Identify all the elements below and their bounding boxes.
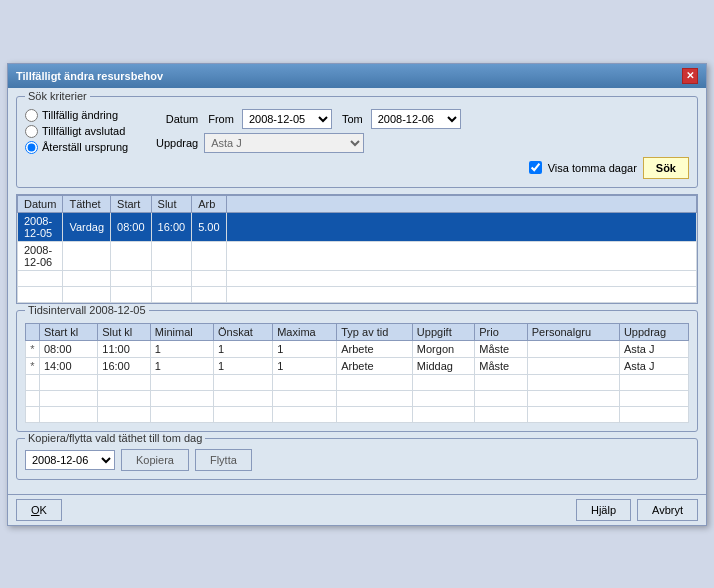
slut-cell: 11:00 bbox=[98, 340, 151, 357]
uppdrag-select[interactable]: Asta J bbox=[204, 133, 364, 153]
criteria-right: Datum From 2008-12-05 Tom 2008-12-06 Upp… bbox=[148, 109, 689, 179]
tom-date-select[interactable]: 2008-12-06 bbox=[371, 109, 461, 129]
minimal-cell: 1 bbox=[150, 340, 213, 357]
col-minimal: Minimal bbox=[150, 323, 213, 340]
cell-tathet: Vardag bbox=[63, 212, 111, 241]
radio-andring-label: Tillfällig ändring bbox=[42, 109, 118, 121]
search-criteria-label: Sök kriterier bbox=[25, 90, 90, 102]
slut-cell: 16:00 bbox=[98, 357, 151, 374]
sok-button[interactable]: Sök bbox=[643, 157, 689, 179]
col-arb: Arb bbox=[192, 195, 226, 212]
radio-andring[interactable] bbox=[25, 109, 38, 122]
main-table-section: Datum Täthet Start Slut Arb 2008-12-05 V… bbox=[16, 194, 698, 304]
prio-cell: Måste bbox=[475, 340, 528, 357]
tidsintervall-group: Tidsintervall 2008-12-05 Start kl Slut k… bbox=[16, 310, 698, 432]
star-cell: * bbox=[26, 357, 40, 374]
kopiera-date-select[interactable]: 2008-12-06 bbox=[25, 450, 115, 470]
from-date-select[interactable]: 2008-12-05 bbox=[242, 109, 332, 129]
start-cell: 08:00 bbox=[40, 340, 98, 357]
tids-row[interactable]: * 08:00 11:00 1 1 1 Arbete Morgon Måste … bbox=[26, 340, 689, 357]
col-uppgift: Uppgift bbox=[412, 323, 474, 340]
cell-arb bbox=[192, 241, 226, 270]
col-star bbox=[26, 323, 40, 340]
table-row[interactable]: 2008-12-05 Vardag 08:00 16:00 5.00 bbox=[18, 212, 697, 241]
visa-tomma-checkbox[interactable] bbox=[529, 161, 542, 174]
kopiera-button[interactable]: Kopiera bbox=[121, 449, 189, 471]
col-start-kl: Start kl bbox=[40, 323, 98, 340]
col-tathet: Täthet bbox=[63, 195, 111, 212]
start-cell: 14:00 bbox=[40, 357, 98, 374]
col-maxima: Maxima bbox=[273, 323, 337, 340]
kopiera-label: Kopiera/flytta vald täthet till tom dag bbox=[25, 432, 205, 444]
cell-start bbox=[111, 241, 152, 270]
main-table: Datum Täthet Start Slut Arb 2008-12-05 V… bbox=[17, 195, 697, 303]
uppdrag-row: Uppdrag Asta J bbox=[148, 133, 689, 153]
tom-label: Tom bbox=[342, 113, 363, 125]
from-label: From bbox=[208, 113, 234, 125]
avbryt-button[interactable]: Avbryt bbox=[637, 499, 698, 521]
bottom-bar: OK Hjälp Avbryt bbox=[8, 494, 706, 525]
cell-start: 08:00 bbox=[111, 212, 152, 241]
cell-slut bbox=[151, 241, 192, 270]
ok-button[interactable]: OK bbox=[16, 499, 62, 521]
prio-cell: Måste bbox=[475, 357, 528, 374]
close-button[interactable]: ✕ bbox=[682, 68, 698, 84]
uppdrag-label: Uppdrag bbox=[148, 137, 198, 149]
dialog-title: Tillfälligt ändra resursbehov bbox=[16, 70, 163, 82]
col-slut-kl: Slut kl bbox=[98, 323, 151, 340]
star-cell: * bbox=[26, 340, 40, 357]
col-uppdrag: Uppdrag bbox=[619, 323, 688, 340]
tids-row[interactable]: * 14:00 16:00 1 1 1 Arbete Middag Måste … bbox=[26, 357, 689, 374]
table-row[interactable]: 2008-12-06 bbox=[18, 241, 697, 270]
col-datum: Datum bbox=[18, 195, 63, 212]
col-prio: Prio bbox=[475, 323, 528, 340]
main-dialog: Tillfälligt ändra resursbehov ✕ Sök krit… bbox=[7, 63, 707, 526]
col-onskat: Önskat bbox=[214, 323, 273, 340]
personalGru-cell bbox=[527, 340, 619, 357]
flytta-button[interactable]: Flytta bbox=[195, 449, 252, 471]
kopiera-row: 2008-12-06 Kopiera Flytta bbox=[25, 449, 689, 471]
tidsintervall-label: Tidsintervall 2008-12-05 bbox=[25, 304, 149, 316]
visa-row: Visa tomma dagar Sök bbox=[148, 157, 689, 179]
title-bar: Tillfälligt ändra resursbehov ✕ bbox=[8, 64, 706, 88]
col-typ: Typ av tid bbox=[337, 323, 413, 340]
uppdrag-cell: Asta J bbox=[619, 357, 688, 374]
col-personalGru: Personalgru bbox=[527, 323, 619, 340]
tids-row-empty bbox=[26, 390, 689, 406]
tids-row-empty bbox=[26, 406, 689, 422]
onskat-cell: 1 bbox=[214, 357, 273, 374]
typ-cell: Arbete bbox=[337, 340, 413, 357]
cell-datum: 2008-12-06 bbox=[18, 241, 63, 270]
cell-arb: 5.00 bbox=[192, 212, 226, 241]
cell-slut: 16:00 bbox=[151, 212, 192, 241]
radio-item-aterstall: Återställ ursprung bbox=[25, 141, 128, 154]
uppdrag-cell: Asta J bbox=[619, 340, 688, 357]
search-criteria-group: Sök kriterier Tillfällig ändring Tillfäl… bbox=[16, 96, 698, 188]
cell-tathet bbox=[63, 241, 111, 270]
tids-row-empty bbox=[26, 374, 689, 390]
radio-group: Tillfällig ändring Tillfälligt avslutad … bbox=[25, 109, 128, 154]
hjälp-button[interactable]: Hjälp bbox=[576, 499, 631, 521]
uppgift-cell: Middag bbox=[412, 357, 474, 374]
tids-table: Start kl Slut kl Minimal Önskat Maxima T… bbox=[25, 323, 689, 423]
table-row-empty bbox=[18, 270, 697, 286]
visa-tomma-label: Visa tomma dagar bbox=[548, 162, 637, 174]
radio-item-andring: Tillfällig ändring bbox=[25, 109, 128, 122]
minimal-cell: 1 bbox=[150, 357, 213, 374]
radio-aterstall[interactable] bbox=[25, 141, 38, 154]
col-start: Start bbox=[111, 195, 152, 212]
typ-cell: Arbete bbox=[337, 357, 413, 374]
dialog-body: Sök kriterier Tillfällig ändring Tillfäl… bbox=[8, 88, 706, 494]
radio-avslutad[interactable] bbox=[25, 125, 38, 138]
right-buttons: Hjälp Avbryt bbox=[576, 499, 698, 521]
personalGru-cell bbox=[527, 357, 619, 374]
radio-avslutad-label: Tillfälligt avslutad bbox=[42, 125, 125, 137]
onskat-cell: 1 bbox=[214, 340, 273, 357]
col-slut: Slut bbox=[151, 195, 192, 212]
ok-label: OK bbox=[31, 504, 47, 516]
maxima-cell: 1 bbox=[273, 357, 337, 374]
radio-item-avslutad: Tillfälligt avslutad bbox=[25, 125, 128, 138]
table-row-empty bbox=[18, 286, 697, 302]
datum-label: Datum bbox=[148, 113, 198, 125]
col-extra bbox=[226, 195, 696, 212]
